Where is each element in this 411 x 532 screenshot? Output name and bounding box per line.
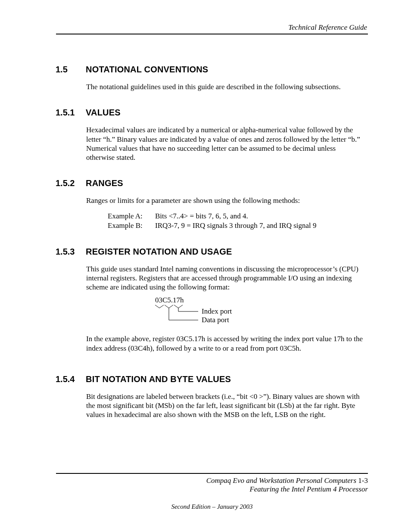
example-row-a: Example A: Bits <7..4> = bits 7, 6, 5, a… bbox=[108, 212, 368, 221]
footer-page-number: 1-3 bbox=[356, 476, 368, 485]
heading-1-5-4: 1.5.4 BIT NOTATION AND BYTE VALUES bbox=[56, 374, 368, 384]
example-row-b: Example B: IRQ3-7, 9 = IRQ signals 3 thr… bbox=[108, 221, 368, 230]
heading-title: RANGES bbox=[86, 178, 123, 188]
example-text: Bits <7..4> = bits 7, 6, 5, and 4. bbox=[155, 212, 248, 221]
body-text: This guide uses standard Intel naming co… bbox=[86, 264, 364, 292]
footer-rule bbox=[56, 473, 368, 474]
heading-title: BIT NOTATION AND BYTE VALUES bbox=[86, 374, 231, 384]
heading-1-5-1: 1.5.1 VALUES bbox=[56, 108, 368, 118]
footer-product-title: Compaq Evo and Workstation Personal Comp… bbox=[206, 476, 356, 485]
body-text: Bit designations are labeled between bra… bbox=[86, 392, 364, 420]
section-1-5-3: 1.5.3 REGISTER NOTATION AND USAGE This g… bbox=[56, 247, 368, 353]
heading-1-5: 1.5 NOTATIONAL CONVENTIONS bbox=[56, 65, 368, 75]
body-text: In the example above, register 03C5.17h … bbox=[86, 334, 364, 353]
page-footer: Compaq Evo and Workstation Personal Comp… bbox=[56, 473, 368, 510]
section-1-5: 1.5 NOTATIONAL CONVENTIONS The notationa… bbox=[56, 65, 368, 91]
running-header: Technical Reference Guide bbox=[56, 23, 368, 34]
diagram-callout-lines-icon bbox=[155, 304, 202, 326]
diagram-register-code: 03C5.17h bbox=[155, 296, 184, 305]
heading-1-5-2: 1.5.2 RANGES bbox=[56, 178, 368, 188]
body-text: Ranges or limits for a parameter are sho… bbox=[86, 196, 364, 205]
heading-number: 1.5.2 bbox=[56, 178, 86, 188]
heading-title: NOTATIONAL CONVENTIONS bbox=[86, 65, 208, 75]
example-label: Example B: bbox=[108, 221, 155, 230]
footer-edition: Second Edition – January 2003 bbox=[56, 503, 368, 510]
register-notation-diagram: 03C5.17h Index port Data port bbox=[86, 296, 368, 327]
page: Technical Reference Guide 1.5 NOTATIONAL… bbox=[0, 0, 411, 532]
footer-line-1: Compaq Evo and Workstation Personal Comp… bbox=[56, 476, 368, 485]
section-1-5-4: 1.5.4 BIT NOTATION AND BYTE VALUES Bit d… bbox=[56, 374, 368, 420]
heading-number: 1.5.4 bbox=[56, 374, 86, 384]
footer-line-2: Featuring the Intel Pentium 4 Processor bbox=[56, 485, 368, 494]
example-text: IRQ3-7, 9 = IRQ signals 3 through 7, and… bbox=[155, 221, 317, 230]
heading-title: VALUES bbox=[86, 108, 121, 118]
diagram-label-index-port: Index port bbox=[202, 307, 232, 316]
body-text: Hexadecimal values are indicated by a nu… bbox=[86, 125, 364, 162]
heading-number: 1.5.1 bbox=[56, 108, 86, 118]
heading-number: 1.5.3 bbox=[56, 247, 86, 257]
section-1-5-2: 1.5.2 RANGES Ranges or limits for a para… bbox=[56, 178, 368, 230]
heading-title: REGISTER NOTATION AND USAGE bbox=[86, 247, 232, 257]
heading-1-5-3: 1.5.3 REGISTER NOTATION AND USAGE bbox=[56, 247, 368, 257]
examples-block: Example A: Bits <7..4> = bits 7, 6, 5, a… bbox=[108, 212, 368, 230]
diagram-label-data-port: Data port bbox=[202, 316, 229, 324]
example-label: Example A: bbox=[108, 212, 155, 221]
body-text: The notational guidelines used in this g… bbox=[86, 82, 364, 91]
section-1-5-1: 1.5.1 VALUES Hexadecimal values are indi… bbox=[56, 108, 368, 162]
heading-number: 1.5 bbox=[56, 65, 86, 75]
